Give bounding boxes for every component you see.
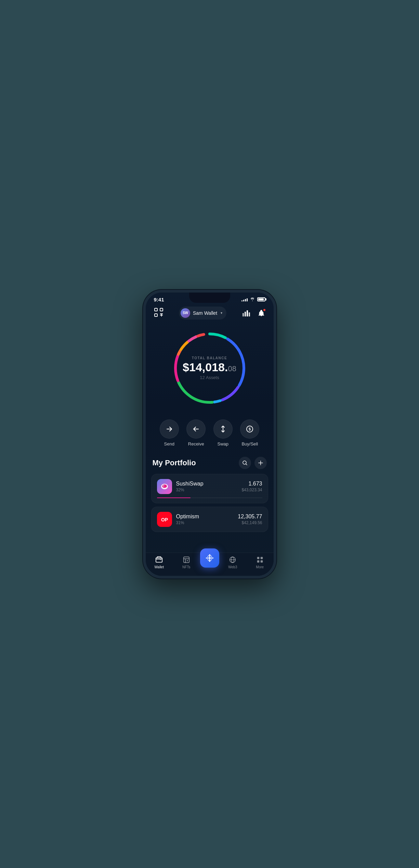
svg-rect-35 — [257, 560, 259, 562]
receive-icon-circle — [186, 419, 206, 439]
portfolio-search-button[interactable] — [239, 457, 251, 469]
balance-cents: 08 — [228, 364, 236, 373]
send-button[interactable]: Send — [160, 419, 179, 446]
optimism-pct: 31% — [176, 520, 234, 525]
battery-icon — [257, 297, 265, 301]
portfolio-add-button[interactable] — [254, 457, 267, 469]
signal-bar-1 — [241, 300, 243, 301]
chevron-down-icon: ▾ — [221, 311, 222, 315]
nav-item-nfts[interactable]: NFTs — [173, 556, 200, 569]
svg-rect-1 — [160, 308, 163, 311]
portfolio-title: My Portfolio — [153, 458, 196, 467]
signal-bar-2 — [243, 300, 244, 301]
asset-card-optimism[interactable]: OP Optimism 31% 12,305.77 $42,149.56 — [151, 507, 268, 532]
nav-item-more[interactable]: More — [246, 556, 274, 569]
balance-whole: $14,018. — [183, 361, 228, 374]
balance-amount: $14,018.08 — [183, 361, 236, 373]
sushiswap-progress-bar — [157, 497, 262, 498]
svg-rect-28 — [156, 558, 162, 562]
swap-icon-circle — [213, 419, 233, 439]
buysell-icon-circle: $ — [240, 419, 259, 439]
svg-rect-33 — [257, 557, 259, 559]
wifi-icon — [250, 297, 255, 302]
header-actions — [241, 308, 267, 319]
portfolio-action-buttons — [239, 457, 267, 469]
svg-point-26 — [163, 485, 164, 486]
status-icons — [241, 297, 265, 302]
svg-rect-9 — [249, 312, 250, 316]
sushiswap-values: 1.673 $43,023.34 — [241, 481, 262, 492]
more-nav-icon — [256, 556, 264, 564]
optimism-values: 12,305.77 $42,149.56 — [238, 514, 262, 525]
sushiswap-info: SushiSwap 32% — [176, 481, 238, 492]
optimism-amount: 12,305.77 — [238, 514, 262, 520]
signal-bar-3 — [245, 299, 246, 301]
notifications-button[interactable] — [256, 308, 267, 319]
analytics-button[interactable] — [241, 308, 252, 319]
account-avatar: SW — [181, 308, 190, 318]
action-buttons: Send Receive Swap — [146, 416, 274, 453]
sushiswap-icon — [157, 479, 172, 494]
header: SW Sam Wallet ▾ — [146, 304, 274, 324]
buysell-label: Buy/Sell — [241, 441, 258, 446]
svg-rect-36 — [261, 560, 263, 562]
svg-rect-34 — [261, 557, 263, 559]
nav-item-web3[interactable]: Web3 — [219, 556, 247, 569]
svg-rect-2 — [155, 314, 157, 316]
scan-button[interactable] — [153, 307, 165, 319]
svg-text:OP: OP — [161, 517, 168, 522]
sushiswap-pct: 32% — [176, 488, 238, 492]
notification-badge — [263, 308, 266, 312]
swap-button[interactable]: Swap — [213, 419, 233, 446]
svg-rect-0 — [155, 308, 157, 311]
phone-frame: 9:41 — [143, 290, 276, 579]
donut-chart: TOTAL BALANCE $14,018.08 12 Assets — [169, 327, 251, 409]
wallet-nav-icon — [155, 556, 163, 564]
bottom-navigation: Wallet NFTs — [146, 553, 274, 576]
swap-label: Swap — [217, 441, 228, 446]
nav-item-wallet[interactable]: Wallet — [146, 556, 173, 569]
svg-point-30 — [187, 560, 188, 561]
svg-rect-7 — [245, 312, 246, 316]
optimism-icon: OP — [157, 512, 172, 527]
status-time: 9:41 — [154, 297, 164, 302]
signal-bar-4 — [247, 298, 248, 301]
wallet-nav-label: Wallet — [155, 565, 164, 569]
battery-fill — [258, 298, 264, 300]
svg-text:$: $ — [249, 427, 251, 431]
account-selector[interactable]: SW Sam Wallet ▾ — [179, 307, 226, 320]
svg-rect-29 — [184, 557, 189, 562]
nfts-nav-icon — [182, 556, 191, 564]
balance-label: TOTAL BALANCE — [183, 356, 236, 360]
receive-button[interactable]: Receive — [186, 419, 206, 446]
phone-screen: 9:41 — [146, 293, 274, 576]
optimism-info: Optimism 31% — [176, 514, 234, 525]
optimism-name: Optimism — [176, 514, 234, 520]
web3-nav-label: Web3 — [228, 565, 237, 569]
signal-bars-icon — [241, 297, 248, 301]
portfolio-header: My Portfolio — [151, 453, 268, 474]
svg-point-24 — [162, 484, 167, 488]
more-nav-label: More — [256, 565, 264, 569]
notch — [189, 293, 230, 303]
buysell-button[interactable]: $ Buy/Sell — [240, 419, 259, 446]
send-icon-circle — [160, 419, 179, 439]
nfts-nav-label: NFTs — [182, 565, 190, 569]
account-name: Sam Wallet — [193, 310, 217, 316]
asset-row-optimism: OP Optimism 31% 12,305.77 $42,149.56 — [157, 512, 262, 527]
asset-card-sushiswap[interactable]: SushiSwap 32% 1.673 $43,023.34 — [151, 474, 268, 503]
center-action-button[interactable] — [200, 548, 219, 568]
web3-nav-icon — [228, 556, 237, 564]
svg-rect-8 — [247, 310, 248, 316]
receive-label: Receive — [188, 441, 204, 446]
balance-chart-section: TOTAL BALANCE $14,018.08 12 Assets — [146, 324, 274, 416]
portfolio-section: My Portfolio — [146, 453, 274, 553]
assets-count: 12 Assets — [183, 375, 236, 380]
sushiswap-amount: 1.673 — [241, 481, 262, 487]
sushiswap-progress-fill — [157, 497, 191, 498]
asset-row-sushiswap: SushiSwap 32% 1.673 $43,023.34 — [157, 479, 262, 494]
sushiswap-name: SushiSwap — [176, 481, 238, 487]
scan-icon — [154, 308, 163, 319]
optimism-usd: $42,149.56 — [238, 520, 262, 525]
svg-rect-6 — [243, 313, 244, 316]
